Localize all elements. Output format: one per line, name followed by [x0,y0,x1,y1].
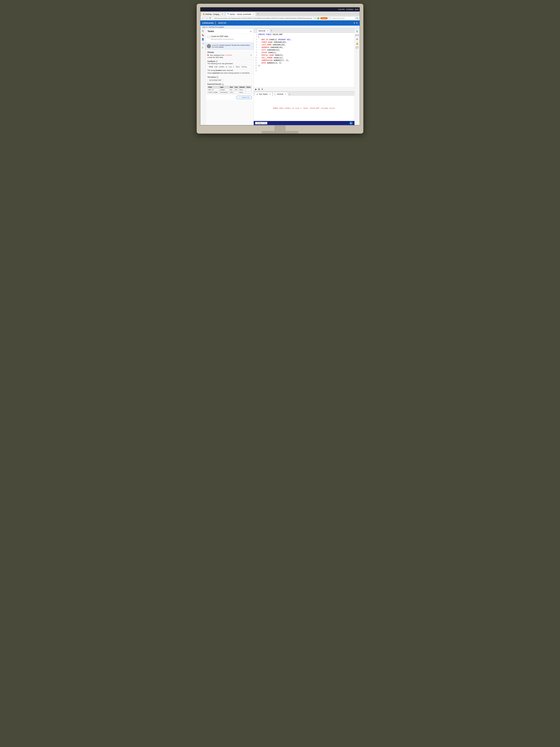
editor-tab-query[interactable]: query.sql ✕ [257,29,270,33]
col-type: Type [219,86,229,88]
task-item-create-rep: Create the REP table. 0.00 out of 10.00 [206,34,254,42]
task-checkbox[interactable] [207,36,210,38]
submit-bar: 📄 Submit 0% [206,95,254,100]
monitor: 9:24 PM 11/2/2021 ENG 🟠 MindTap - Cengag… [197,4,363,134]
cell-repid-type: char(2) [219,88,229,91]
feedback-section: Feedback i The following error was gener… [206,60,254,75]
delete-button[interactable]: 🗑 [258,88,260,91]
status-incomplete: Incomplete [225,54,232,56]
submit-icon: 📄 [239,97,241,98]
download-button[interactable]: ⬇ [261,88,263,91]
error-message: ERROR 1146 (42S02) at line 1: Table 'Kim… [209,66,247,68]
test-query-info-icon[interactable]: i [216,76,218,78]
az-icon[interactable]: A-Z [355,34,359,36]
breadcrumb: Lab 3-1: KimTay Pet Supplies [201,26,359,29]
person-icon[interactable]: 👤 [202,38,204,41]
tasks-title: Tasks [207,30,214,33]
status-dot-icon [207,54,209,56]
monitor-screen: 9:24 PM 11/2/2021 ENG 🟠 MindTap - Cengag… [200,7,360,125]
terminal-close-icon[interactable]: ✕ [285,93,286,95]
sql-test-expand-icon[interactable]: ∨ [250,54,252,56]
reload-button[interactable]: ↻ [209,17,212,20]
editor-tab-close-icon[interactable]: ✕ [267,30,268,32]
arrow-left-icon[interactable]: ◁ [202,42,204,45]
checks-passed-text: 0 out of 1 checks passed. Review the res… [212,44,252,48]
bookmark-sidebar-icon[interactable]: 🔖 [202,34,204,36]
bottom-error-message: ERROR 1050 (42S01) at line 1: Table 'SAL… [273,107,335,109]
browser-tab-mysql[interactable]: 🐬 MySQL :: MySQL Downloads ✕ [225,12,256,16]
menu-button[interactable]: ⋮ [328,17,330,20]
new-tab-button[interactable]: + [256,12,260,16]
tasks-chevron-icon[interactable]: ∨ [250,30,252,33]
tab-mindtap-label: MindTap - Cengag... [205,14,220,15]
browser-tab-mindtap[interactable]: 🟠 MindTap - Cengag... ✕ [201,12,225,16]
error-box: ERROR 1146 (42S02) at line 1: Table 'Kim… [207,65,252,69]
paused-badge[interactable]: Paused [320,17,327,19]
breadcrumb-text: Lab 3-1: KimTay Pet Supplies [202,26,224,28]
tab-mysql-close[interactable]: ✕ [252,14,254,15]
terminal-tab[interactable]: >_ Terminal ✕ [273,92,288,96]
info-circle-icon[interactable]: ! [207,44,211,48]
run-button[interactable]: ▶ [255,88,257,91]
chat-icon[interactable]: 💬 [356,46,358,49]
search-course-input[interactable] [331,17,355,20]
task-progress-area: 0.00 out of 10.00 [211,38,252,40]
progress-bar-container [222,39,234,40]
code-line-13: 13 ); [254,65,354,67]
bottom-content: ERROR 1050 (42S01) at line 1: Table 'SAL… [254,96,354,121]
expected-results-title: Expected Results [207,83,221,85]
col-key: Key [234,86,239,88]
arrow-right-icon[interactable]: ▷ [202,46,204,49]
submit-button[interactable]: 📄 Submit 0% [237,96,252,99]
code-line-4: 4 FIRST_NAME VARCHAR(20), [254,41,354,44]
code-line-5: 5 LAST_NAME VARCHAR(20), [254,44,354,47]
bottom-new-tab-button[interactable]: + [288,93,291,96]
tasks-panel: Tasks ∨ Create the REP table. 0.00 out o… [206,29,254,125]
bell-icon[interactable]: 🔔 [356,42,358,45]
expected-results-info-icon[interactable]: i [222,83,224,85]
feedback-intro: The following error was generated: [207,62,252,65]
sql-test-row: SQL Database Test Incomplete ∨ [207,54,252,56]
hamburger-icon[interactable]: ☰ [202,30,204,32]
col-default: Default [239,86,246,88]
editor-new-tab-button[interactable]: + [270,29,273,32]
info-button[interactable]: ℹ [354,22,355,24]
forward-button[interactable]: → [205,17,208,20]
rss-icon[interactable]: 📡 [356,30,358,32]
tab-mindtap-close[interactable]: ✕ [222,14,223,15]
cell-firstname-field: FIRST_NAME [208,91,219,94]
task-row: Create the REP table. [207,35,252,38]
describe-rep-button[interactable]: DESCRIBE REP [207,79,223,82]
create-rep-text: Create the REP table [207,56,252,58]
feedback-info-icon[interactable]: i [216,60,218,62]
kimtay-tab[interactable]: KimTay ⏱ ⬇ [255,122,267,124]
extensions-button[interactable]: 🧩 [317,17,320,20]
task-label: Create the REP table. [211,35,252,37]
code-line-8: 8 STATE CHAR(2), [254,52,354,54]
main-layout: ☰ 🔖 👤 ◁ ▷ Tasks ∨ Create the REP table. [201,29,359,125]
settings-icon[interactable]: ⚙ [356,38,358,41]
address-input[interactable] [212,17,314,20]
col-extra: Extra [246,86,252,88]
code-editor[interactable]: 1 CREATE TABLE SALES_REP 2 ( 3 REP_ID CH… [254,33,354,87]
bookmark-button[interactable]: ☆ [315,17,316,20]
sql-viewer-tab[interactable]: 📊 SQL Viewer ✕ [255,92,272,96]
cell-firstname-key [234,91,239,94]
cell-firstname-null: YES [229,91,234,94]
code-line-2: 2 ( [254,36,354,39]
monitor-stand [200,125,360,134]
back-button[interactable]: ← [202,17,205,20]
play-button[interactable]: ▶ [349,121,353,125]
submit-label: Submit 0% [241,97,250,98]
cell-firstname-default: NULL [239,91,246,94]
cengage-logo: CENGAGE [202,22,214,24]
taskbar-date: 11/2/2021 [346,8,353,10]
close-button[interactable]: ✕ [356,22,358,24]
col-field: Field [208,86,219,88]
search-icon[interactable]: 🔍 [356,17,358,20]
results-table: Field Type Null Key Default Extra REP_ID [207,86,252,94]
sql-viewer-close-icon[interactable]: ✕ [269,93,271,95]
cell-repid-extra [246,88,252,91]
cengage-header: CENGAGE | MINDTAP ℹ ✕ [201,20,359,26]
tab-mysql-icon: 🐬 [227,14,229,15]
